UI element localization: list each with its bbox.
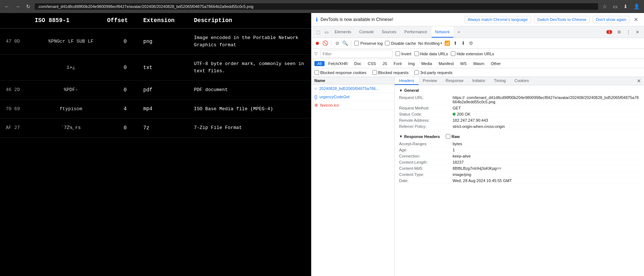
type-pill-img[interactable]: Img — [405, 61, 418, 66]
error-icon: ⊗ — [314, 103, 318, 108]
type-pill-doc[interactable]: Doc — [351, 61, 364, 66]
download-icon[interactable]: ⬇ — [460, 40, 466, 46]
back-icon[interactable]: ← — [3, 3, 11, 10]
inspect-element-icon[interactable]: ⬚ — [314, 29, 322, 36]
offset-val: 0 — [107, 39, 143, 44]
hide-data-urls-checkbox[interactable] — [414, 51, 419, 56]
type-pill-media[interactable]: Media — [418, 61, 435, 66]
preserve-log-label[interactable]: Preserve log — [354, 41, 383, 46]
type-pill-wasm[interactable]: Wasm — [470, 61, 487, 66]
request-method-val: GET — [453, 106, 640, 110]
preserve-log-checkbox[interactable] — [354, 41, 359, 46]
url-bar[interactable]: .com/tenant_d41d8cd98f00b204e9800998ecf8… — [35, 3, 598, 10]
tab-elements[interactable]: Elements — [331, 26, 355, 38]
wifi-icon[interactable]: 📶 — [444, 40, 450, 46]
tab-performance[interactable]: Performance — [401, 26, 431, 38]
disable-cache-label[interactable]: Disable cache — [385, 41, 416, 46]
notification-text: DevTools is now available in Chinese! — [321, 17, 462, 22]
record-stop-icon[interactable]: ⏺ — [314, 40, 320, 46]
upload-icon[interactable]: ⬆ — [452, 40, 458, 46]
notification-close-icon[interactable]: ✕ — [632, 17, 640, 22]
date-row: Date: Wed, 28 Aug 2024 10:45:55 GMT — [399, 178, 640, 184]
invert-checkbox[interactable] — [395, 51, 400, 56]
type-pill-js[interactable]: JS — [380, 61, 390, 66]
device-mode-icon[interactable]: ▭ — [323, 29, 330, 36]
type-pill-manifest[interactable]: Manifest — [436, 61, 457, 66]
invert-label[interactable]: Invert — [395, 51, 411, 56]
settings-icon[interactable]: ⚙ — [615, 29, 623, 36]
hide-data-urls-label[interactable]: Hide data URLs — [414, 51, 448, 56]
table-header: ISO 8859-1 Offset Extension Description — [0, 13, 311, 29]
list-item[interactable]: ○ 20240828_bd52065f04875a786... — [312, 85, 394, 93]
cast-icon[interactable]: ▭ — [611, 3, 619, 10]
close-devtools-icon[interactable]: ✕ — [634, 29, 641, 36]
hex-val: 47 0D — [6, 39, 35, 44]
tab-console[interactable]: Console — [356, 26, 377, 38]
response-headers-section: ▼ Response Headers Raw Accept-Ranges: by… — [399, 134, 640, 184]
forward-icon[interactable]: → — [14, 3, 22, 10]
clear-icon[interactable]: 🚫 — [322, 40, 328, 46]
col-header-ext: Extension — [143, 17, 194, 24]
search-icon[interactable]: 🔍 — [342, 40, 348, 46]
third-party-checkbox[interactable] — [414, 70, 419, 75]
detail-tab-timing[interactable]: Timing — [490, 77, 510, 85]
hex-val: AF 27 — [6, 125, 35, 130]
content-md5-key: Content-Md5: — [399, 166, 450, 171]
type-pill-font[interactable]: Font — [391, 61, 404, 66]
type-pill-other[interactable]: Other — [488, 61, 504, 66]
disable-cache-checkbox[interactable] — [385, 41, 390, 46]
list-item[interactable]: ⊗ favicon.ico — [312, 101, 394, 109]
tab-sources[interactable]: Sources — [378, 26, 400, 38]
main-area: ISO 8859-1 Offset Extension Description … — [0, 13, 644, 276]
offset-val: 0 — [107, 87, 143, 93]
blocked-bar: Blocked response cookies Blocked request… — [312, 68, 644, 77]
type-pill-fetch-xhr[interactable]: Fetch/XHR — [325, 61, 351, 66]
tab-more[interactable]: » — [454, 26, 463, 38]
detail-tab-preview[interactable]: Preview — [419, 77, 441, 85]
blocked-requests-checkbox[interactable] — [372, 70, 377, 75]
detail-tab-initiator[interactable]: Initiator — [468, 77, 490, 85]
detail-tab-cookies[interactable]: Cookies — [510, 77, 533, 85]
hex-val: 70 69 — [6, 106, 35, 112]
type-pill-all[interactable]: All — [314, 61, 325, 66]
dont-show-again-button[interactable]: Don't show again — [593, 16, 630, 23]
blocked-cookies-label[interactable]: Blocked response cookies — [314, 70, 367, 75]
download-icon[interactable]: ⬇ — [622, 3, 629, 10]
detail-tab-response[interactable]: Response — [441, 77, 468, 85]
switch-devtools-button[interactable]: Switch DevTools to Chinese — [534, 16, 590, 23]
age-val: 1 — [453, 148, 640, 152]
status-code-key: Status Code: — [399, 112, 450, 116]
raw-label[interactable]: Raw — [446, 134, 460, 139]
detail-tab-headers[interactable]: Headers — [395, 77, 419, 85]
raw-checkbox[interactable] — [446, 134, 450, 139]
response-headers-collapse-icon[interactable]: ▼ — [399, 134, 403, 138]
date-val: Wed, 28 Aug 2024 10:45:55 GMT — [453, 178, 640, 183]
bookmark-icon[interactable]: ☆ — [601, 3, 609, 10]
offset-val: 4 — [107, 106, 143, 112]
tab-network[interactable]: Network — [432, 26, 453, 38]
blocked-requests-label[interactable]: Blocked requests — [372, 70, 408, 75]
throttling-dropdown[interactable]: No throttling ▾ — [418, 41, 442, 46]
always-match-button[interactable]: Always match Chrome's language — [465, 16, 531, 23]
filter-input[interactable] — [323, 52, 390, 56]
separator — [351, 40, 351, 46]
hide-extension-urls-label[interactable]: Hide extension URLs — [451, 51, 494, 56]
more-options-icon[interactable]: ⋮ — [624, 29, 632, 36]
profile-icon[interactable]: 👤 — [632, 3, 641, 10]
blocked-cookies-checkbox[interactable] — [314, 70, 319, 75]
type-pill-ws[interactable]: WS — [457, 61, 470, 66]
toolbar-settings-icon[interactable]: ⚙ — [468, 40, 474, 46]
type-pill-css[interactable]: CSS — [365, 61, 379, 66]
list-item[interactable]: {} urgencyCodeGet — [312, 93, 394, 101]
filter-icon[interactable]: ⊘ — [334, 40, 340, 46]
network-toolbar: ⏺ 🚫 ⊘ 🔍 Preserve log Disable cache No th… — [312, 38, 644, 49]
age-key: Age: — [399, 148, 450, 152]
reload-icon[interactable]: ↻ — [25, 3, 32, 10]
hide-extension-urls-checkbox[interactable] — [451, 51, 456, 56]
section-collapse-icon[interactable]: ▼ — [399, 89, 403, 92]
request-detail: Headers Preview Response Initiator Timin… — [395, 77, 644, 276]
filter-input-wrapper[interactable] — [320, 50, 393, 58]
detail-close-icon[interactable]: ✕ — [634, 77, 644, 85]
third-party-label[interactable]: 3rd-party requests — [414, 70, 452, 75]
offset-val: 0 — [107, 125, 143, 131]
